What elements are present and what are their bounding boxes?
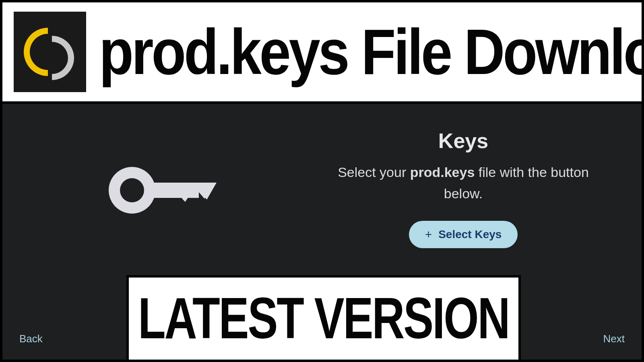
banner-title: prod.keys File Download: [99, 15, 644, 89]
instruction-pre: Select your: [338, 165, 410, 180]
select-keys-label: Select Keys: [438, 228, 502, 241]
select-keys-button[interactable]: + Select Keys: [409, 221, 518, 248]
page-frame: prod.keys File Download Keys Select your…: [0, 0, 644, 362]
bottom-banner: LATEST VERSION: [126, 275, 521, 360]
plus-icon: +: [425, 228, 432, 241]
instruction-bold: prod.keys: [410, 165, 475, 180]
keys-instruction: Select your prod.keys file with the butt…: [332, 162, 594, 204]
next-button[interactable]: Next: [603, 333, 625, 345]
bottom-banner-text: LATEST VERSION: [138, 285, 509, 352]
keys-text-column: Keys Select your prod.keys file with the…: [332, 129, 594, 248]
svg-point-1: [120, 178, 144, 202]
app-logo-icon: [14, 12, 86, 92]
key-icon: [103, 156, 224, 226]
top-banner: prod.keys File Download: [2, 2, 642, 101]
main-panel: Keys Select your prod.keys file with the…: [2, 101, 642, 360]
keys-heading: Keys: [332, 129, 594, 153]
back-button[interactable]: Back: [19, 333, 43, 345]
